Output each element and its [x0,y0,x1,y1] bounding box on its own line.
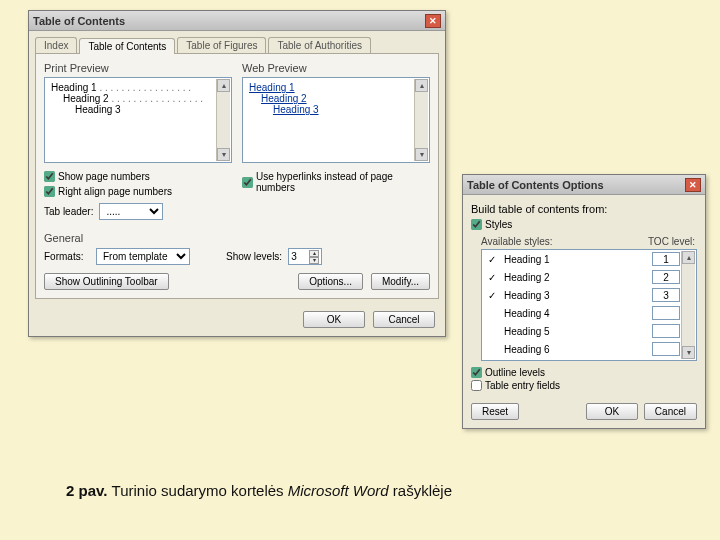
reset-button[interactable]: Reset [471,403,519,420]
build-label: Build table of contents from: [471,203,697,215]
cancel-button[interactable]: Cancel [373,311,435,328]
show-page-numbers[interactable]: Show page numbers [44,171,150,182]
toc-level-input[interactable] [652,252,680,266]
style-row: ✓Heading 2 [482,268,696,286]
tab-leader-select[interactable]: ..... [99,203,163,220]
toc-level-input[interactable] [652,270,680,284]
print-preview: Heading 1 . . . . . . . . . . . . . . . … [44,77,232,163]
opt-title: Table of Contents Options [467,179,604,191]
toc-footer: OK Cancel [29,305,445,336]
toc-options-dialog: Table of Contents Options Build table of… [462,174,706,429]
toc-title: Table of Contents [33,15,125,27]
formats-select[interactable]: From template [96,248,190,265]
toc-level-input[interactable] [652,342,680,356]
style-row: ✓Heading 1 [482,250,696,268]
cancel-button[interactable]: Cancel [644,403,697,420]
toc-level-input[interactable] [652,324,680,338]
style-row: Heading 6 [482,340,696,358]
spinner-icon[interactable]: ▴▾ [309,250,319,264]
close-icon[interactable] [425,14,441,28]
scrollbar[interactable]: ▴▾ [681,251,695,359]
tab-leader-row: Tab leader: ..... [44,203,232,220]
tab-toc[interactable]: Table of Contents [79,38,175,54]
outline-levels-checkbox[interactable]: Outline levels [471,367,545,378]
styles-list: ✓Heading 1 ✓Heading 2 ✓Heading 3 Heading… [481,249,697,361]
outlining-toolbar-button[interactable]: Show Outlining Toolbar [44,273,169,290]
table-entry-checkbox[interactable]: Table entry fields [471,380,560,391]
toc-level-input[interactable] [652,306,680,320]
ok-button[interactable]: OK [586,403,638,420]
web-preview: Heading 1 Heading 2 Heading 3 ▴▾ [242,77,430,163]
general-group-label: General [44,232,430,244]
scrollbar[interactable]: ▴▾ [216,79,230,161]
show-levels-spin[interactable]: 3 ▴▾ [288,248,322,265]
close-icon[interactable] [685,178,701,192]
figure-caption: 2 pav. Turinio sudarymo kortelės Microso… [66,482,452,499]
tab-figures[interactable]: Table of Figures [177,37,266,53]
toc-level-input[interactable] [652,288,680,302]
styles-checkbox[interactable]: Styles [471,219,512,230]
tab-strip: Index Table of Contents Table of Figures… [29,31,445,53]
toc-dialog: Table of Contents Index Table of Content… [28,10,446,337]
tab-index[interactable]: Index [35,37,77,53]
options-button[interactable]: Options... [298,273,363,290]
ok-button[interactable]: OK [303,311,365,328]
web-preview-label: Web Preview [242,62,430,74]
modify-button[interactable]: Modify... [371,273,430,290]
use-hyperlinks[interactable]: Use hyperlinks instead of page numbers [242,171,430,193]
opt-titlebar: Table of Contents Options [463,175,705,195]
style-row: Heading 5 [482,322,696,340]
print-preview-label: Print Preview [44,62,232,74]
style-row: Heading 4 [482,304,696,322]
scrollbar[interactable]: ▴▾ [414,79,428,161]
toc-tab-page: Print Preview Heading 1 . . . . . . . . … [35,53,439,299]
tab-authorities[interactable]: Table of Authorities [268,37,371,53]
style-row: ✓Heading 3 [482,286,696,304]
toc-titlebar: Table of Contents [29,11,445,31]
right-align[interactable]: Right align page numbers [44,186,172,197]
